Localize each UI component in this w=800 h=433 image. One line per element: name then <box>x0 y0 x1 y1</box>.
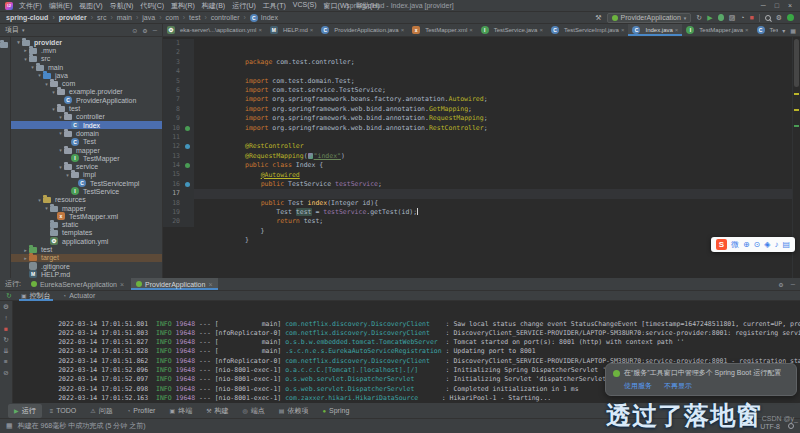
console-tool-icon[interactable]: ⇊ <box>3 347 8 355</box>
gutter-icon[interactable] <box>183 189 194 198</box>
run-tab[interactable]: EurekaServerApplication <box>26 278 129 290</box>
breadcrumb-item[interactable]: controller <box>200 14 239 21</box>
tab-close-icon[interactable] <box>208 281 212 288</box>
editor-tab[interactable]: C Test.java <box>753 24 779 36</box>
code-line[interactable]: 16 public Test index(Integer id){ <box>163 180 792 189</box>
gutter-icon[interactable] <box>183 77 194 86</box>
tree-item[interactable]: I TestMapper <box>11 154 162 162</box>
menu-item[interactable]: 运行(U) <box>232 1 256 11</box>
gutter-icon[interactable] <box>183 142 194 151</box>
breadcrumb-item[interactable]: test <box>179 14 201 21</box>
warning-marker[interactable] <box>794 93 799 95</box>
tree-item[interactable]: ▾ mapper <box>11 146 162 154</box>
tree-chevron-icon[interactable]: ▾ <box>50 106 57 112</box>
tree-chevron-icon[interactable]: ▾ <box>57 164 64 170</box>
tool-window-switcher-icon[interactable]: ▦ <box>6 422 13 430</box>
gutter-icon[interactable] <box>183 86 194 95</box>
notification-action-link[interactable]: 使用服务 <box>624 381 652 391</box>
tree-chevron-icon[interactable]: ▾ <box>57 130 64 136</box>
tool-window-button[interactable]: ▤ 依赖项 <box>273 404 315 418</box>
tree-item[interactable]: x TestMapper.xml <box>11 212 162 220</box>
rerun-icon[interactable]: ↻ <box>696 14 702 22</box>
menu-item[interactable]: 工具(T) <box>263 1 286 11</box>
console-tool-icon[interactable]: ■ <box>4 325 8 333</box>
minimize-icon[interactable]: ─ <box>761 2 766 9</box>
project-stripe-icon[interactable] <box>0 42 8 48</box>
notification-balloon[interactable]: 在“服务”工具窗口中管理多个 Spring Boot 运行配置 使用服务不再显示 <box>605 363 797 396</box>
tree-item[interactable]: ▾ com <box>11 79 162 87</box>
gutter-icon[interactable] <box>183 208 194 217</box>
gutter-icon[interactable] <box>183 152 194 161</box>
run-config-selector[interactable]: ProviderApplication ▾ <box>607 13 692 23</box>
tree-item[interactable]: C ProviderApplication <box>11 96 162 104</box>
code-line[interactable]: 14 public TestService testService; <box>163 161 792 170</box>
tab-close-icon[interactable] <box>745 27 749 33</box>
tree-chevron-icon[interactable]: ▾ <box>15 39 22 45</box>
hide-panel-icon[interactable]: ─ <box>791 281 795 288</box>
tree-chevron-icon[interactable]: ▾ <box>43 205 50 211</box>
console-tool-icon[interactable]: ⚙ <box>3 303 9 311</box>
code-with-me-avatar[interactable] <box>787 14 794 21</box>
console-tool-icon[interactable]: ↑ <box>4 314 7 322</box>
editor-tab[interactable]: C TestServiceImpl.java <box>547 24 629 36</box>
editor-tab[interactable]: M HELP.md <box>266 24 317 36</box>
console-tool-icon[interactable]: ⊘ <box>3 369 8 377</box>
tool-window-button[interactable]: ▶ 运行 <box>8 404 42 418</box>
gutter-icon[interactable] <box>183 114 194 123</box>
breadcrumb-item[interactable]: spring-cloud <box>6 14 48 21</box>
tree-chevron-icon[interactable]: ▾ <box>50 89 57 95</box>
gutter-icon[interactable] <box>183 180 194 189</box>
more-tabs-icon[interactable]: ▾ <box>782 27 785 34</box>
code-line[interactable]: 19 } <box>163 208 792 217</box>
close-icon[interactable]: × <box>788 2 792 9</box>
warning-marker[interactable] <box>794 109 799 111</box>
ok-marker[interactable] <box>794 125 799 127</box>
code-line[interactable]: 10 @RestController <box>163 124 792 133</box>
share-action-icon[interactable]: ♪ <box>774 239 778 250</box>
editor-tab[interactable]: C ProviderApplication.java <box>317 24 408 36</box>
notification-action-link[interactable]: 不再显示 <box>664 381 692 391</box>
code-line[interactable]: 15 @GetMapping("index") <box>163 170 792 179</box>
gutter-icon[interactable] <box>183 105 194 114</box>
tree-chevron-icon[interactable]: ▾ <box>43 81 50 87</box>
tree-item[interactable]: I TestService <box>11 187 162 195</box>
console-subtab[interactable]: ▣ 控制台 <box>19 290 53 301</box>
gutter-icon[interactable] <box>183 124 194 133</box>
run-button[interactable]: ▶ <box>707 14 712 22</box>
gutter-icon[interactable] <box>183 161 194 170</box>
tree-item[interactable]: ▾ java <box>11 71 162 79</box>
code-line[interactable]: 20 } <box>163 217 792 226</box>
tree-chevron-icon[interactable]: ▾ <box>57 147 64 153</box>
breadcrumb-item[interactable]: com <box>155 14 179 21</box>
tree-chevron-icon[interactable]: ▸ <box>22 47 29 53</box>
tree-item[interactable]: C TestServiceImpl <box>11 179 162 187</box>
code-line[interactable]: 8 import org.springframework.web.bind.an… <box>163 105 792 114</box>
share-action-icon[interactable]: ⊙ <box>754 239 761 250</box>
tool-window-button[interactable]: ● Spring <box>316 405 355 416</box>
build-icon[interactable]: ⚒ <box>595 14 601 22</box>
tree-item[interactable]: ▸ target <box>11 254 162 262</box>
share-action-icon[interactable]: 微 <box>731 239 739 250</box>
code-line[interactable]: 17 Test test = testService.getTest(id); <box>163 189 792 198</box>
project-view-title[interactable]: 项目 <box>5 25 19 35</box>
chevron-down-icon[interactable]: ▾ <box>22 27 25 33</box>
code-line[interactable]: 3 import com.test.domain.Test; <box>163 58 792 67</box>
code-line[interactable]: 4 import com.test.service.TestService; <box>163 67 792 76</box>
tab-close-icon[interactable] <box>675 27 679 33</box>
menu-item[interactable]: 窗口(W) <box>324 1 349 11</box>
breadcrumb-item[interactable]: java <box>132 14 155 21</box>
share-action-icon[interactable]: ◈ <box>764 239 770 250</box>
tree-item[interactable]: ▾ domain <box>11 129 162 137</box>
tree-item[interactable]: ▾ service <box>11 162 162 170</box>
settings-icon[interactable]: ⚙ <box>776 14 782 22</box>
menu-item[interactable]: 文件(F) <box>19 1 42 11</box>
run-tab[interactable]: ProviderApplication <box>131 278 217 290</box>
tree-item[interactable]: ▾ resources <box>11 196 162 204</box>
menu-item[interactable]: 重构(R) <box>171 1 195 11</box>
code-line[interactable]: 7 import org.springframework.web.bind.an… <box>163 95 792 104</box>
console-tool-icon[interactable]: ↻ <box>3 336 8 344</box>
tool-window-button[interactable]: ◔ Profiler <box>121 405 162 416</box>
tab-close-icon[interactable] <box>120 281 124 288</box>
menu-item[interactable]: VCS(S) <box>293 1 317 11</box>
tree-item[interactable]: ▾ example.provider <box>11 88 162 96</box>
